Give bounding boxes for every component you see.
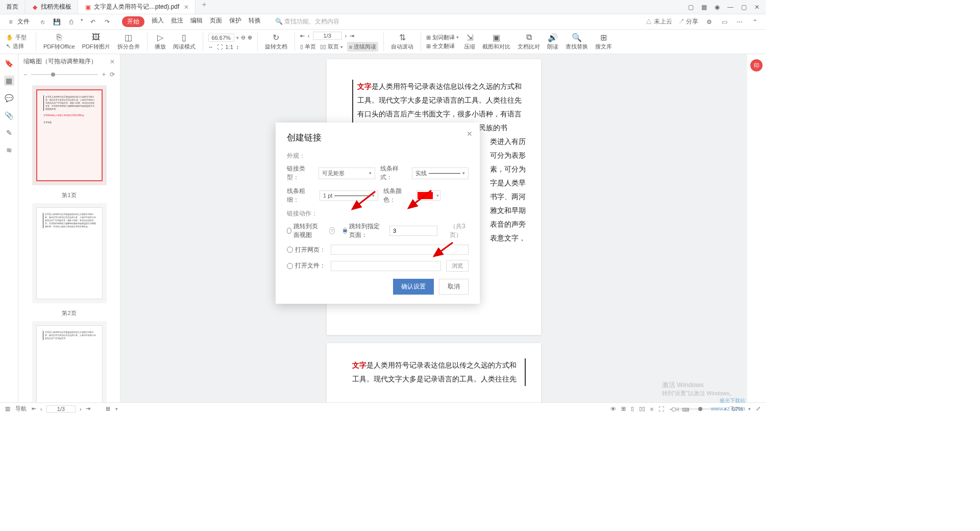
file-input[interactable] — [331, 261, 441, 271]
file-menu[interactable]: ≡ 文件 — [6, 17, 30, 27]
tab-template[interactable]: ◆ 找稻壳模板 — [25, 0, 78, 14]
share-button[interactable]: ↗ 分享 — [678, 17, 698, 26]
nav-toggle-icon[interactable]: ▥ — [5, 405, 10, 412]
single-page[interactable]: ▯ 单页 — [300, 43, 316, 51]
eye-icon[interactable]: 👁 — [610, 406, 616, 412]
auto-scroll[interactable]: ⇅自动滚动 — [389, 33, 415, 51]
radio-jump-view[interactable]: 跳转到页面视图 — [287, 222, 321, 239]
fit-width-icon[interactable]: ↔ — [208, 44, 214, 50]
print-icon[interactable]: ⎙ — [66, 17, 76, 27]
page-indicator[interactable]: 1/3 — [46, 405, 76, 413]
comment-icon[interactable]: 💬 — [4, 93, 14, 103]
menu-tab-page[interactable]: 页面 — [210, 16, 222, 27]
fit-height-icon[interactable]: ↕ — [236, 44, 239, 50]
linestyle-select[interactable]: 实线▾ — [412, 167, 469, 179]
confirm-button[interactable]: 确认设置 — [393, 279, 434, 295]
maximize-icon[interactable]: ▢ — [740, 4, 747, 11]
sidebar-close-icon[interactable]: ✕ — [110, 58, 115, 65]
cloud-status[interactable]: △ 未上云 — [646, 17, 672, 26]
collapse-icon[interactable]: ⌃ — [750, 17, 760, 27]
pdf-to-image[interactable]: 🖼PDF转图片 — [80, 33, 112, 51]
first-page-icon[interactable]: ⇤ — [300, 33, 305, 39]
tools-icon[interactable]: ⊞ — [621, 405, 626, 412]
menu-tab-edit[interactable]: 编辑 — [190, 16, 203, 27]
page-field[interactable]: 1/3 — [313, 32, 342, 40]
thumbnail-page-1[interactable]: 文字是人类用符号记录表达信息以传之久远的方式和工具。现代文字大多是记录语言的工具… — [36, 89, 103, 181]
page-number-input[interactable] — [389, 226, 437, 236]
select-tool[interactable]: ↖选择 — [6, 42, 27, 50]
menu-tab-protect[interactable]: 保护 — [229, 16, 241, 27]
layout-dropdown-icon[interactable]: ▾ — [115, 406, 118, 412]
tab-close-icon[interactable]: ✕ — [184, 4, 189, 11]
search-box[interactable]: 🔍 查找功能、文档内容 — [275, 17, 339, 26]
notification-badge[interactable]: 印 — [750, 59, 763, 71]
close-window-icon[interactable]: ✕ — [753, 4, 761, 11]
view-double-icon[interactable]: ▯▯ — [639, 405, 645, 412]
thumbnail-page-2[interactable]: 文字是人类用符号记录表达信息以传之久远的方式和工具。现代文字大多是记录语言的工具… — [36, 207, 103, 299]
prev-page-btn[interactable]: ‹ — [40, 406, 42, 412]
more-icon[interactable]: ⋯ — [735, 17, 744, 27]
fit-page-icon[interactable]: ⛶ — [217, 44, 223, 50]
tab-add-button[interactable]: ＋ — [195, 0, 213, 14]
read-mode[interactable]: ▯阅读模式 — [171, 33, 198, 51]
user-icon[interactable]: ◉ — [714, 4, 721, 11]
radio-open-web[interactable]: 打开网页： — [287, 246, 326, 254]
thumbnail-icon[interactable]: ▦ — [4, 76, 14, 86]
file-compare[interactable]: ⧉文档比对 — [516, 33, 542, 51]
full-translate[interactable]: ⊞ 全文翻译 — [426, 42, 459, 50]
signature-icon[interactable]: ✎ — [4, 128, 14, 138]
thumb-rotate-icon[interactable]: ⟳ — [110, 71, 115, 78]
linecolor-select[interactable]: ▾ — [416, 190, 440, 201]
grid-icon[interactable]: ▦ — [700, 4, 707, 11]
zoom-in-icon[interactable]: ⊕ — [248, 34, 252, 41]
minimize-icon[interactable]: — — [727, 4, 734, 11]
next-page-icon[interactable]: › — [345, 33, 347, 39]
radio-jump-page[interactable]: 跳转到指定页面： — [343, 222, 382, 239]
screenshot-compare[interactable]: ▣截图和对比 — [480, 33, 512, 51]
view-continuous-icon[interactable]: ≡ — [650, 406, 653, 412]
menu-tab-insert[interactable]: 插入 — [152, 16, 164, 27]
zoom-dropdown-icon[interactable]: ▾ — [236, 35, 239, 40]
prev-page-icon[interactable]: ‹ — [308, 33, 310, 39]
read-aloud[interactable]: 🔊朗读 — [545, 33, 560, 51]
tab-home[interactable]: 首页 — [0, 0, 25, 14]
next-page-btn[interactable]: › — [80, 406, 82, 412]
layout-icon[interactable]: ▢ — [687, 4, 694, 11]
window-mode-icon[interactable]: ▭ — [720, 17, 729, 27]
bookmark-icon[interactable]: 🔖 — [4, 58, 14, 68]
menu-tab-convert[interactable]: 转换 — [249, 16, 261, 27]
thumb-zoom-in-icon[interactable]: + — [102, 71, 106, 78]
compress[interactable]: ⇲压缩 — [462, 33, 477, 51]
search-library[interactable]: ⊞搜文库 — [593, 33, 614, 51]
first-page-btn[interactable]: ⇤ — [32, 405, 36, 412]
redo-icon[interactable]: ↷ — [103, 17, 112, 27]
open-icon[interactable]: ⎋ — [38, 17, 47, 27]
rotate-doc[interactable]: ↻旋转文档 — [263, 33, 289, 51]
cancel-button[interactable]: 取消 — [439, 279, 469, 295]
continuous-read[interactable]: ≡ 连续阅读 — [347, 42, 378, 52]
save-icon[interactable]: 💾 — [52, 17, 61, 27]
double-page[interactable]: ▯▯ 双页▾ — [320, 43, 343, 51]
tab-file[interactable]: ▣ 文字是人类用符号记…pted).pdf ✕ — [78, 0, 195, 14]
print-dropdown-icon[interactable]: ▾ — [81, 17, 83, 27]
thumb-zoom-slider[interactable] — [31, 74, 98, 75]
last-page-icon[interactable]: ⇥ — [350, 33, 354, 39]
hand-tool[interactable]: ✋手型 — [6, 34, 27, 41]
gear-icon[interactable]: ⚙ — [704, 17, 714, 27]
browse-button[interactable]: 浏览 — [446, 260, 469, 272]
dialog-close-icon[interactable]: ✕ — [467, 130, 473, 138]
lineweight-select[interactable]: 1 pt▾ — [320, 190, 378, 201]
undo-icon[interactable]: ↶ — [88, 17, 97, 27]
layers-icon[interactable]: ≋ — [4, 145, 14, 155]
attachment-icon[interactable]: 📎 — [4, 110, 14, 120]
zoom-out-icon[interactable]: ⊖ — [241, 34, 246, 41]
pdf-to-office[interactable]: ⎘PDF转Office — [41, 33, 77, 51]
nav-label[interactable]: 导航 — [15, 405, 27, 413]
find-replace[interactable]: 🔍查找替换 — [564, 33, 590, 51]
menu-tab-annotate[interactable]: 批注 — [171, 16, 183, 27]
last-page-btn[interactable]: ⇥ — [86, 405, 90, 412]
help-icon[interactable]: ? — [329, 227, 334, 234]
view-single-icon[interactable]: ▯ — [631, 405, 634, 412]
layout-toggle-icon[interactable]: ⊞ — [106, 405, 110, 412]
menu-tab-start[interactable]: 开始 — [122, 16, 144, 27]
